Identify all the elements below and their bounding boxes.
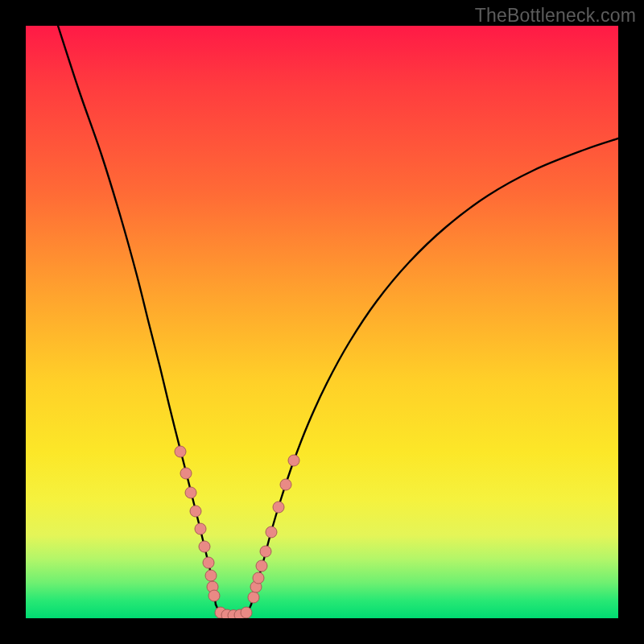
curve-left-arm: [58, 26, 216, 605]
dot-right-0: [248, 592, 259, 603]
dot-right-2: [253, 572, 264, 584]
dot-left-9: [208, 590, 220, 601]
dot-left-1: [180, 468, 192, 479]
dot-basin-4: [241, 607, 252, 618]
dot-right-6: [273, 502, 284, 513]
dot-right-7: [280, 479, 291, 490]
dot-right-8: [288, 455, 299, 466]
dot-left-6: [203, 557, 214, 568]
data-dots: [175, 446, 299, 618]
dot-left-2: [185, 487, 196, 498]
dot-right-5: [266, 526, 277, 538]
curve-right-arm: [251, 138, 618, 605]
dot-right-3: [256, 560, 267, 572]
dot-left-0: [175, 446, 186, 457]
dot-left-3: [190, 506, 201, 517]
curve-svg: [26, 26, 618, 618]
watermark-text: TheBottleneck.com: [475, 5, 636, 27]
dot-left-5: [199, 541, 210, 552]
chart-frame: TheBottleneck.com: [0, 0, 644, 644]
dot-left-4: [195, 523, 206, 535]
dot-right-4: [260, 546, 271, 557]
plot-area: [26, 26, 618, 618]
dot-left-7: [205, 570, 217, 581]
